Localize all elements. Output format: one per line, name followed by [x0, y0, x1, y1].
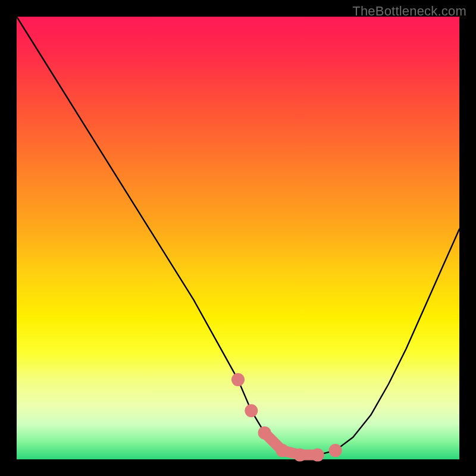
chart-svg: [17, 17, 459, 459]
highlight-dots: [231, 373, 342, 462]
svg-point-8: [258, 426, 271, 439]
svg-point-10: [293, 449, 306, 462]
svg-point-11: [311, 449, 324, 462]
svg-point-7: [245, 404, 258, 417]
chart-container: TheBottleneck.com: [0, 0, 476, 476]
plot-area: [17, 17, 459, 459]
svg-point-12: [329, 444, 342, 457]
svg-point-6: [231, 373, 245, 386]
svg-point-9: [275, 444, 289, 457]
